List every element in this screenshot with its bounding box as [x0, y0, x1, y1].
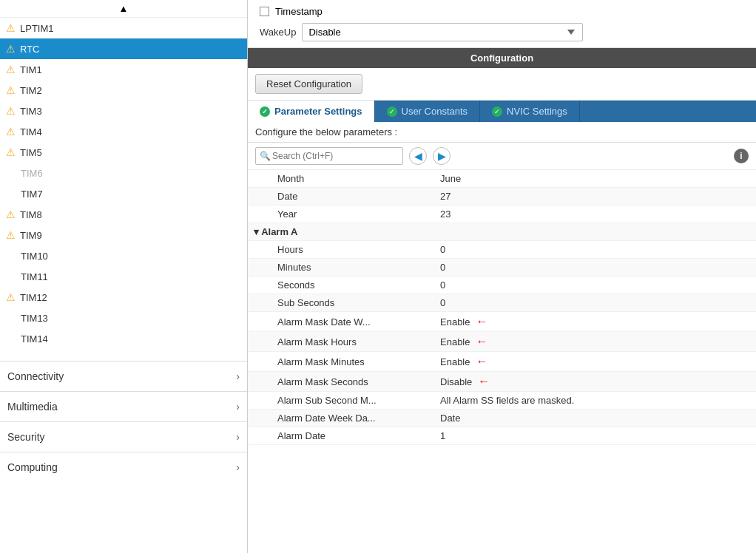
warning-icon: ⚠ [6, 208, 16, 220]
search-input[interactable] [255, 147, 403, 165]
param-value: 1 [433, 427, 756, 445]
sidebar-item-lptim1[interactable]: ⚠LPTIM1 [0, 18, 247, 38]
warning-icon: ⚠ [6, 43, 16, 55]
sidebar-item-label: TIM14 [21, 333, 48, 345]
sidebar-item-label: TIM3 [20, 106, 42, 117]
sidebar-item-tim2[interactable]: ⚠TIM2 [0, 80, 247, 101]
table-row: Alarm Mask MinutesEnable← [248, 352, 756, 372]
param-value: Enable← [433, 312, 756, 332]
sidebar-item-tim1[interactable]: ⚠TIM1 [0, 59, 247, 80]
wakeup-select[interactable]: Disable [302, 23, 583, 41]
tab-label-nvic-settings: NVIC Settings [507, 106, 567, 117]
param-value: 0 [433, 294, 756, 312]
search-input-wrapper: 🔍 [255, 147, 403, 165]
warning-icon: ⚠ [6, 146, 16, 158]
sidebar-section-label: Multimedia [7, 401, 58, 413]
arrow-indicator-icon: ← [476, 355, 487, 367]
sidebar-item-tim3[interactable]: ⚠TIM3 [0, 101, 247, 121]
param-label: Month [248, 170, 433, 188]
sidebar-item-tim4[interactable]: ⚠TIM4 [0, 121, 247, 142]
warning-icon: ⚠ [6, 84, 16, 96]
param-value: 23 [433, 206, 756, 223]
sidebar-scroll-up[interactable]: ▲ [0, 0, 247, 18]
timestamp-checkbox[interactable] [260, 7, 269, 16]
sidebar-item-label: TIM13 [21, 313, 48, 324]
sidebar-section-label: Security [7, 431, 45, 443]
sidebar-item-label: TIM5 [20, 147, 42, 158]
sidebar-item-tim13[interactable]: TIM13 [0, 308, 247, 328]
param-label: Year [248, 206, 433, 223]
tab-check-icon-2: ✓ [387, 106, 397, 117]
chevron-right-icon: › [236, 370, 240, 382]
tab-user-constants[interactable]: ✓ User Constants [375, 101, 481, 122]
param-label: Alarm Sub Second M... [248, 392, 433, 410]
params-table: MonthJuneDate27Year23▾ Alarm AHours0Minu… [248, 170, 756, 445]
warning-icon: ⚠ [6, 229, 16, 241]
search-icon: 🔍 [260, 151, 271, 161]
sidebar-item-tim14[interactable]: TIM14 [0, 328, 247, 349]
table-row: Minutes0 [248, 259, 756, 276]
param-label: Alarm Date Week Da... [248, 410, 433, 427]
param-label: Alarm Date [248, 427, 433, 445]
sidebar-section-computing[interactable]: Computing› [0, 452, 247, 482]
param-value: 0 [433, 276, 756, 294]
sidebar-item-label: TIM7 [21, 189, 43, 200]
sidebar-item-tim12[interactable]: ⚠TIM12 [0, 287, 247, 308]
param-value: All Alarm SS fields are masked. [433, 392, 756, 410]
sidebar-item-tim6[interactable]: TIM6 [0, 163, 247, 183]
sidebar-item-rtc[interactable]: ⚠RTC [0, 38, 247, 59]
sidebar-section-connectivity[interactable]: Connectivity› [0, 361, 247, 391]
arrow-indicator-icon: ← [476, 315, 487, 328]
config-toolbar: Reset Configuration [248, 68, 756, 101]
param-label: Alarm Mask Minutes [248, 352, 433, 372]
table-row: MonthJune [248, 170, 756, 188]
sidebar-item-label: TIM9 [20, 230, 42, 241]
table-row: Seconds0 [248, 276, 756, 294]
table-row: Hours0 [248, 241, 756, 259]
sidebar-item-tim5[interactable]: ⚠TIM5 [0, 142, 247, 163]
sidebar-item-tim7[interactable]: TIM7 [0, 183, 247, 204]
chevron-right-icon: › [236, 401, 240, 413]
tab-check-icon-3: ✓ [492, 106, 502, 117]
table-row: Year23 [248, 206, 756, 223]
param-value: 27 [433, 188, 756, 206]
arrow-indicator-icon: ← [478, 375, 490, 387]
tab-parameter-settings[interactable]: ✓ Parameter Settings [248, 101, 375, 122]
sidebar-item-tim11[interactable]: TIM11 [0, 266, 247, 287]
sidebar-section-security[interactable]: Security› [0, 421, 247, 452]
sidebar-item-label: TIM2 [20, 85, 42, 96]
param-label: Seconds [248, 276, 433, 294]
warning-icon: ⚠ [6, 291, 16, 303]
sidebar-section-label: Connectivity [7, 370, 64, 382]
sidebar-item-label: TIM8 [20, 209, 42, 220]
table-row: Alarm Date Week Da...Date [248, 410, 756, 427]
param-value: 0 [433, 259, 756, 276]
param-label: Sub Seconds [248, 294, 433, 312]
tab-label-user-constants: User Constants [402, 106, 468, 117]
timestamp-row: Timestamp [260, 6, 744, 17]
param-value: 0 [433, 241, 756, 259]
sidebar-item-label: RTC [20, 44, 39, 55]
param-value: Enable← [433, 352, 756, 372]
reset-config-button[interactable]: Reset Configuration [255, 74, 362, 94]
tab-nvic-settings[interactable]: ✓ NVIC Settings [480, 101, 580, 122]
sidebar-section-multimedia[interactable]: Multimedia› [0, 391, 247, 421]
sidebar-item-label: LPTIM1 [20, 23, 54, 34]
param-label: Minutes [248, 259, 433, 276]
warning-icon: ⚠ [6, 105, 16, 117]
sidebar-item-tim10[interactable]: TIM10 [0, 245, 247, 266]
table-row: Alarm Mask SecondsDisable← [248, 372, 756, 392]
nav-next-button[interactable]: ▶ [433, 147, 450, 165]
info-icon[interactable]: i [734, 149, 749, 163]
param-label: Date [248, 188, 433, 206]
section-label: ▾ Alarm A [248, 223, 756, 241]
table-row: Alarm Mask Date W...Enable← [248, 312, 756, 332]
sidebar-item-label: TIM4 [20, 126, 42, 138]
table-row: Sub Seconds0 [248, 294, 756, 312]
wakeup-row: WakeUp Disable [260, 23, 744, 41]
sidebar-item-tim8[interactable]: ⚠TIM8 [0, 204, 247, 225]
sidebar-item-label: TIM10 [21, 251, 48, 262]
nav-prev-button[interactable]: ◀ [409, 147, 427, 165]
sidebar-item-tim9[interactable]: ⚠TIM9 [0, 225, 247, 245]
timestamp-label: Timestamp [275, 6, 323, 17]
